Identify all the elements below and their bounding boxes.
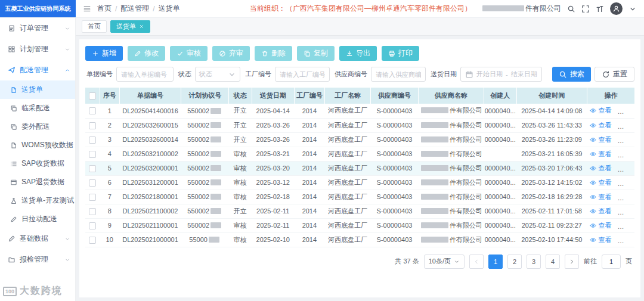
edit-icon xyxy=(10,216,17,223)
sidebar-item[interactable]: 委外配送 xyxy=(0,117,75,136)
sidebar-section[interactable]: 报检管理 xyxy=(0,249,75,270)
table-row[interactable]: 10DL202502100000155000审核2025-02-102014河西… xyxy=(85,232,634,247)
row-checkbox[interactable] xyxy=(89,136,96,144)
breadcrumb-item[interactable]: 送货单 xyxy=(159,4,180,14)
print-button[interactable]: 打印 xyxy=(382,46,419,61)
table-row[interactable]: 5DL2025032000001550002审核2025-03-202014河西… xyxy=(85,161,634,175)
view-link[interactable]: 查看 xyxy=(590,164,611,173)
status-select[interactable]: 状态 xyxy=(195,67,240,82)
checkbox-cell xyxy=(85,104,100,118)
sidebar-item-label: SAP退货数据 xyxy=(21,177,64,187)
font-size-icon[interactable] xyxy=(596,5,604,13)
row-checkbox[interactable] xyxy=(89,107,96,114)
row-checkbox[interactable] xyxy=(89,151,96,158)
checkbox-cell xyxy=(85,118,100,132)
hamburger-icon[interactable] xyxy=(83,5,91,13)
view-link[interactable]: 查看 xyxy=(590,150,611,159)
table-row[interactable]: 7DL2025021800001550002审核2025-02-182014河西… xyxy=(85,190,634,204)
check-button[interactable]: 审核 xyxy=(170,46,208,61)
trash-button[interactable]: 删除 xyxy=(255,46,292,61)
sidebar-item[interactable]: SAP退货数据 xyxy=(0,173,75,191)
sidebar-item[interactable]: 送货单-开发测试 xyxy=(0,191,75,210)
sidebar-item[interactable]: 临采配送 xyxy=(0,99,75,117)
row-checkbox[interactable] xyxy=(89,122,96,129)
ban-button[interactable]: 弃审 xyxy=(212,46,250,61)
sidebar-section[interactable]: 基础数据 xyxy=(0,228,75,249)
view-link[interactable]: 查看 xyxy=(590,193,611,201)
fullscreen-icon[interactable] xyxy=(581,5,590,13)
view-link[interactable]: 查看 xyxy=(590,235,611,244)
next-page-button[interactable] xyxy=(565,255,579,269)
edit-button[interactable]: 修改 xyxy=(128,46,165,61)
toolbar-button-label: 打印 xyxy=(398,48,413,58)
view-link[interactable]: 查看 xyxy=(590,221,611,230)
view-link[interactable]: 查看 xyxy=(590,106,611,115)
view-link[interactable]: 查看 xyxy=(590,178,611,187)
print-icon xyxy=(388,50,395,57)
copy-button[interactable]: 复制 xyxy=(297,46,335,61)
row-checkbox[interactable] xyxy=(89,179,96,187)
row-checkbox[interactable] xyxy=(89,208,96,215)
view-link[interactable]: 查看 xyxy=(590,135,611,144)
view-link[interactable]: 查看 xyxy=(590,207,611,216)
ops-cell: 查看删除 xyxy=(587,204,634,218)
column-header: 计划协议号 xyxy=(181,88,228,104)
view-link[interactable]: 查看 xyxy=(590,121,611,130)
breadcrumb: 首页/配送管理/送货单 xyxy=(97,4,180,14)
page-button[interactable]: 1 xyxy=(488,255,503,269)
sidebar-item[interactable]: WOMS预收数据 xyxy=(0,136,75,154)
page-button[interactable]: 4 xyxy=(546,255,560,269)
download-button[interactable]: 导出 xyxy=(339,46,377,61)
avatar-icon[interactable] xyxy=(610,2,623,15)
sidebar-item[interactable]: SAP收货数据 xyxy=(0,154,75,173)
breadcrumb-item[interactable]: 首页 xyxy=(97,4,112,14)
tab-active[interactable]: 送货单 xyxy=(110,20,150,33)
delivery-date-cell: 2025-02-18 xyxy=(252,190,294,204)
sidebar-section[interactable]: 配送管理 xyxy=(0,60,75,80)
plus-button[interactable]: 新增 xyxy=(85,46,123,61)
tab-item[interactable]: 首页 xyxy=(82,20,107,33)
sidebar-item[interactable]: 送货单 xyxy=(0,80,75,99)
content-card: 新增修改审核弃审删除复制导出打印 单据编号 状态 状态 工厂编号 供应商编号 送… xyxy=(79,39,640,297)
prev-page-button[interactable] xyxy=(469,255,484,269)
page-size-select[interactable]: 10条/页 xyxy=(424,255,465,269)
toolbar-button-label: 审核 xyxy=(187,48,201,58)
row-checkbox[interactable] xyxy=(89,222,96,229)
ops-cell: 查看删除 xyxy=(587,232,634,247)
table-row[interactable]: 1DL2025041400016550002开立2025-04-142014河西… xyxy=(85,104,634,118)
goto-page-input[interactable] xyxy=(602,255,621,269)
sidebar-section[interactable]: 订单管理 xyxy=(0,18,75,39)
factory-no-input[interactable] xyxy=(275,67,330,82)
close-icon[interactable] xyxy=(139,24,144,29)
sidebar-item[interactable]: 日拉动配送 xyxy=(0,210,75,228)
table-row[interactable]: 4DL2025032100002550002审核2025-03-212014河西… xyxy=(85,147,634,161)
row-checkbox[interactable] xyxy=(89,237,96,244)
table-row[interactable]: 2DL2025032600015550002开立2025-03-262014河西… xyxy=(85,118,634,132)
table-row[interactable]: 9DL2025021100001550002审核2025-02-112014河西… xyxy=(85,218,634,232)
chevron-down-icon xyxy=(228,70,236,79)
reset-button[interactable]: 重置 xyxy=(595,67,634,82)
table-row[interactable]: 6DL2025031200001550002审核2025-03-122014河西… xyxy=(85,175,634,190)
page-button[interactable]: 3 xyxy=(527,255,541,269)
search-icon[interactable] xyxy=(567,5,575,13)
doc-no-input[interactable] xyxy=(116,67,174,82)
supplier-no-input[interactable] xyxy=(371,67,426,82)
ops-cell: 查看删除 xyxy=(587,132,634,147)
toolbar-button-label: 弃审 xyxy=(229,48,243,58)
creator-cell: 0000040... xyxy=(484,161,516,175)
folder-icon xyxy=(8,256,16,263)
sidebar-section[interactable]: 计划管理 xyxy=(0,39,75,60)
search-button[interactable]: 搜索 xyxy=(552,67,591,82)
supplier-no-cell: S-00000403 xyxy=(371,190,418,204)
tab-label: 首页 xyxy=(88,22,101,31)
delivery-date-range[interactable]: 开始日期 - 结束日期 xyxy=(460,67,542,82)
page-button[interactable]: 2 xyxy=(507,255,522,269)
topbar-right: 件有限公司 xyxy=(481,2,637,15)
row-checkbox[interactable] xyxy=(89,194,96,201)
chevron-down-icon[interactable] xyxy=(628,5,637,13)
breadcrumb-item[interactable]: 配送管理 xyxy=(120,4,149,14)
row-checkbox[interactable] xyxy=(89,165,96,172)
table-row[interactable]: 3DL2025032600014550002开立2025-03-262014河西… xyxy=(85,132,634,147)
select-all-checkbox[interactable] xyxy=(89,92,96,100)
table-row[interactable]: 8DL2025021100002550002开立2025-02-112014河西… xyxy=(85,204,634,218)
